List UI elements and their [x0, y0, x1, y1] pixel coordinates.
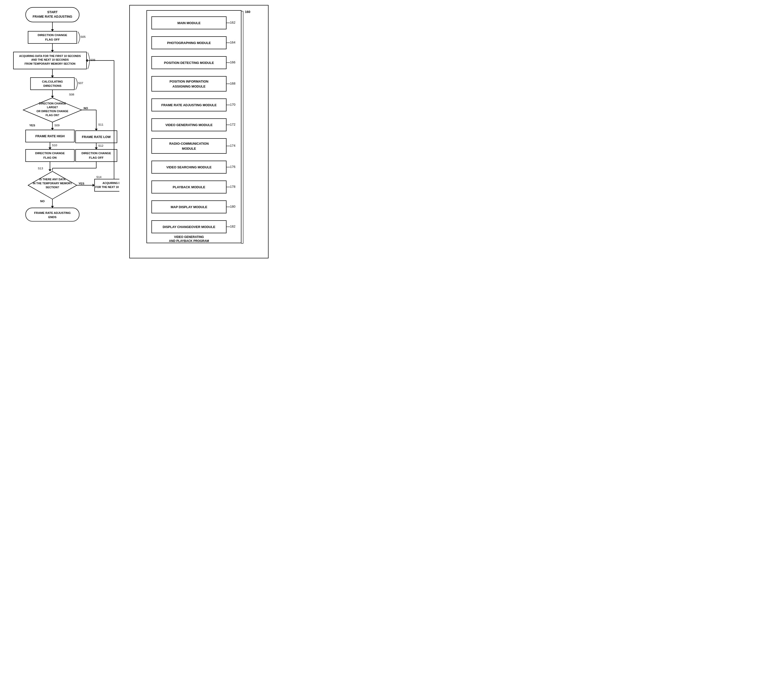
s10-line2: FLAG ON — [43, 156, 57, 159]
program-label-l1: VIDEO GENERATING — [174, 235, 204, 239]
s05-line1: DIRECTION CHANGE — [38, 33, 67, 37]
no-label: NO — [83, 107, 88, 110]
start-label: START — [47, 10, 58, 14]
num-162: 162 — [230, 21, 235, 24]
svg-rect-57 — [152, 138, 226, 153]
num-182: 182 — [230, 225, 235, 228]
pos-info-module-l2: ASSIGNING MODULE — [173, 85, 206, 88]
s06-line2: AND THE NEXT 10 SECONDS — [31, 58, 69, 61]
pos-detect-module: POSITION DETECTING MODULE — [164, 61, 214, 65]
yes-label: YES — [29, 123, 35, 127]
photo-module: PHOTOGRAPHING MODULE — [167, 41, 211, 45]
num-174: 174 — [230, 144, 235, 147]
svg-marker-31 — [28, 171, 77, 199]
radio-module-l2: MODULE — [182, 147, 196, 150]
svg-marker-39 — [51, 206, 54, 208]
s08-line4: FLAG ON? — [45, 113, 59, 117]
num-178: 178 — [230, 185, 235, 188]
s10-line1: DIRECTION CHANGE — [35, 152, 65, 155]
s05-label: S05 — [80, 35, 85, 38]
num-172: 172 — [230, 123, 235, 126]
pos-info-module-l1: POSITION INFORMATION — [170, 80, 208, 83]
playback-module: PLAYBACK MODULE — [173, 185, 205, 189]
s08-line1: DIRECTION CHANGE — [39, 102, 66, 105]
right-svg: 160 MAIN MODULE 162 PHOTOGRAPHING MODULE… — [145, 9, 252, 253]
num-160: 160 — [245, 10, 250, 14]
svg-marker-21 — [48, 147, 52, 150]
s14-line1: ACQUIRING DATA — [102, 182, 119, 185]
svg-marker-8 — [51, 76, 54, 78]
s08-line2: LARGE? — [47, 106, 58, 109]
s10-label: S10 — [52, 143, 57, 147]
num-164: 164 — [230, 40, 235, 44]
radio-module-l1: RADIO-COMMUNICATION — [169, 142, 209, 145]
frame-rate-low: FRAME RATE LOW — [82, 135, 111, 139]
program-label-l2: AND PLAYBACK PROGRAM — [169, 239, 209, 243]
video-search-module: VIDEO SEARCHING MODULE — [166, 165, 212, 169]
s05-line2: FLAG OFF — [45, 38, 60, 41]
right-svg-wrapper: 160 MAIN MODULE 162 PHOTOGRAPHING MODULE… — [145, 9, 252, 248]
s13-label: S13 — [38, 167, 43, 170]
svg-marker-17 — [95, 129, 98, 131]
num-166: 166 — [230, 60, 235, 64]
svg-rect-25 — [76, 150, 117, 162]
s13-line3: SECTION? — [46, 186, 59, 189]
num-180: 180 — [230, 205, 235, 208]
s14-label: S14 — [96, 175, 102, 178]
s08-label: S08 — [69, 93, 74, 96]
svg-rect-51 — [152, 76, 226, 91]
main-module: MAIN MODULE — [177, 21, 200, 25]
num-176: 176 — [230, 165, 235, 168]
s12-label: S12 — [98, 144, 103, 147]
s06-label: S06 — [90, 58, 95, 62]
svg-marker-5 — [51, 50, 54, 52]
flowchart-svg: START FRAME RATE ADJUSTING DIRECTION CHA… — [5, 5, 119, 244]
svg-marker-14 — [51, 128, 54, 130]
s13-line1: IS THERE ANY DATA — [39, 178, 66, 181]
left-flowchart: START FRAME RATE ADJUSTING DIRECTION CHA… — [5, 5, 124, 258]
no2-label: NO — [40, 200, 45, 203]
svg-rect-3 — [28, 31, 77, 43]
s07-line1: CALCULATING — [42, 80, 63, 83]
end-line2: ENDS — [48, 215, 57, 218]
s12-line2: FLAG OFF — [89, 156, 104, 159]
svg-rect-9 — [31, 78, 74, 90]
s13-line2: IN THE TEMPORARY MEMORY — [33, 182, 72, 185]
svg-marker-33 — [92, 184, 95, 187]
video-gen-module: VIDEO GENERATING MODULE — [165, 123, 213, 127]
s07-label: S07 — [78, 81, 83, 85]
s08-line3: OR DIRECTION CHANGE — [37, 110, 68, 113]
s11-label: S11 — [98, 123, 103, 126]
svg-marker-23 — [95, 147, 98, 150]
s07-line2: DIRECTIONS — [43, 84, 62, 87]
svg-marker-27 — [48, 169, 52, 171]
s14-line2: FOR THE NEXT 10 SECONDS — [95, 185, 119, 188]
svg-marker-11 — [51, 96, 54, 98]
svg-marker-2 — [51, 29, 54, 31]
s06-line1: ACQUIRING DATA FOR THE FIRST 10 SECONDS — [19, 55, 81, 57]
svg-rect-40 — [26, 208, 79, 221]
s09-label: S09 — [55, 123, 60, 127]
num-170: 170 — [230, 103, 235, 107]
num-168: 168 — [230, 82, 235, 85]
s12-line1: DIRECTION CHANGE — [82, 152, 111, 155]
svg-rect-24 — [26, 150, 74, 162]
end-line1: FRAME RATE ADJUSTING — [34, 211, 71, 214]
flowchart-svg-container: START FRAME RATE ADJUSTING DIRECTION CHA… — [5, 5, 119, 244]
frame-rate-high: FRAME RATE HIGH — [35, 134, 65, 138]
s06-line3: FROM TEMPORARY MEMORY SECTION — [25, 62, 76, 65]
map-module: MAP DISPLAY MODULE — [170, 205, 207, 209]
start-label2: FRAME RATE ADJUSTING — [33, 15, 72, 18]
right-diagram: 160 MAIN MODULE 162 PHOTOGRAPHING MODULE… — [129, 5, 268, 258]
display-module: DISPLAY CHANGEOVER MODULE — [163, 225, 215, 229]
yes2-label: YES — [78, 182, 85, 185]
frame-rate-module: FRAME RATE ADJUSTING MODULE — [162, 103, 217, 107]
